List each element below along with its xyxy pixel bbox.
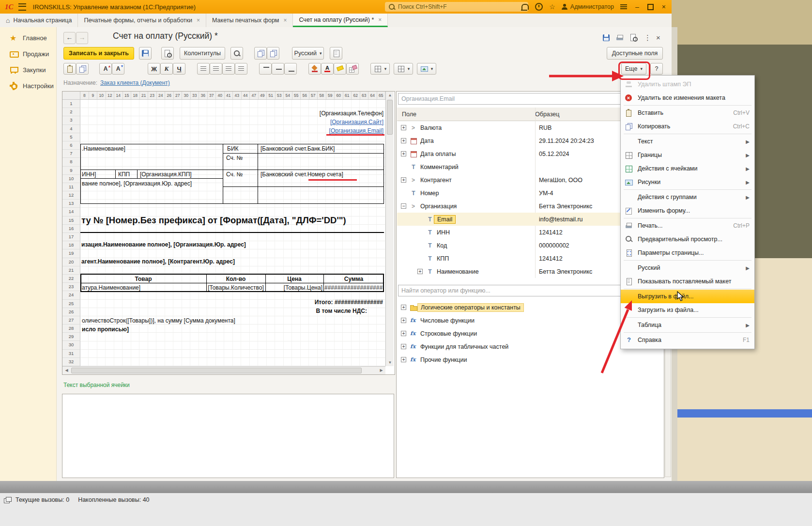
cell-account-label[interactable]: Сч. № (226, 155, 243, 161)
copy-style-button[interactable] (254, 47, 267, 60)
cell-account-value[interactable]: [Банковский счет.Номер счета] (260, 171, 343, 178)
row-header-cell[interactable]: 3 (62, 116, 80, 124)
cell-row-qty[interactable]: [Товары.Количество] (206, 284, 265, 291)
column-header-cell[interactable]: 61 (343, 92, 352, 99)
column-header-cell[interactable]: 21 (140, 92, 149, 99)
cell-kpp-value[interactable]: [Организация.КПП] (140, 171, 192, 178)
clear-format-button[interactable] (346, 63, 359, 75)
column-header-cell[interactable]: 53 (276, 92, 284, 99)
column-header-cell[interactable]: 49 (259, 92, 267, 99)
border-middle-button[interactable] (272, 63, 284, 75)
cell-org-site[interactable]: [Организация.Сайт] (330, 119, 383, 125)
row-header-cell[interactable]: 21 (62, 266, 80, 275)
align-justify-button[interactable] (235, 63, 247, 75)
tab[interactable]: Счет на оплату (Русский) * × (293, 14, 388, 27)
tab[interactable]: Печатные формы, отчеты и обработки × (78, 14, 206, 27)
menu-item[interactable]: Текст ▶ (621, 135, 754, 148)
expander-icon[interactable] (401, 151, 406, 156)
row-header-cell[interactable]: 13 (62, 200, 80, 208)
selected-cell-text-box[interactable] (62, 394, 394, 478)
column-header-cell[interactable]: 36 (199, 92, 208, 99)
column-header-cell[interactable]: 15 (123, 92, 132, 99)
column-header-cell[interactable]: 62 (352, 92, 360, 99)
cell-bik-value[interactable]: [Банковский счет.Банк.БИК] (260, 145, 335, 152)
field-name[interactable]: Дата оплаты (420, 151, 456, 157)
spreadsheet-content[interactable]: [Организация.Телефон] [Организация.Сайт]… (80, 100, 385, 366)
column-header-cell[interactable]: 56 (301, 92, 309, 99)
column-header-cell[interactable]: 55 (292, 92, 301, 99)
cell-kpp-label[interactable]: КПП (118, 171, 130, 178)
back-button[interactable]: ← (63, 32, 76, 44)
column-header-cell[interactable]: 58 (318, 92, 326, 99)
row-header-cell[interactable]: 5 (62, 133, 80, 141)
menu-item[interactable]: Границы ▶ (621, 148, 754, 162)
function-group-label[interactable]: Прочие функции (420, 356, 467, 363)
sheet-corner[interactable] (62, 92, 80, 100)
underline-button[interactable]: Ч (173, 63, 185, 75)
tab[interactable]: Макеты печатных форм × (206, 14, 293, 27)
column-header-cell[interactable]: 63 (360, 92, 369, 99)
paste-button[interactable] (63, 63, 76, 75)
italic-button[interactable]: К (160, 63, 173, 75)
field-name[interactable]: Дата (420, 138, 434, 144)
field-name[interactable]: Номер (420, 190, 439, 197)
row-header-cell[interactable]: 20 (62, 258, 80, 266)
vertical-scrollbar[interactable]: ▲ ▼ (385, 92, 394, 366)
row-header-cell[interactable]: 31 (62, 350, 80, 358)
scroll-left-icon[interactable]: ◀ (62, 367, 71, 374)
column-header-cell[interactable]: 59 (326, 92, 335, 99)
cell-invoice-title[interactable]: ту № [Номер.Без префикса] от [Формат([Да… (81, 215, 346, 226)
row-header-cell[interactable]: 28 (62, 325, 80, 333)
bold-button[interactable]: Ж (148, 63, 160, 75)
expander-icon[interactable] (401, 177, 406, 183)
menu-item[interactable]: Вставить Ctrl+V (621, 106, 754, 120)
menu-item[interactable]: Изменить форму... (621, 204, 754, 217)
field-name[interactable]: Контрагент (420, 177, 452, 184)
row-header-cell[interactable]: 16 (62, 225, 80, 233)
expander-icon[interactable] (401, 331, 406, 336)
sidebar-item[interactable]: Главное (0, 30, 56, 46)
cell-contragent-line[interactable]: агент.Наименование полное], [Контрагент.… (81, 258, 235, 265)
function-group-label[interactable]: Числовые функции (420, 317, 475, 324)
expander-icon[interactable] (401, 318, 406, 323)
menu-item[interactable]: Русский ▶ (621, 261, 754, 275)
cell-account-label2[interactable]: Сч. № (226, 171, 243, 178)
column-header-cell[interactable]: 26 (165, 92, 174, 99)
more-actions-button[interactable]: ⋮ (644, 33, 655, 44)
row-header-cell[interactable]: 2 (62, 108, 80, 116)
save-and-close-button[interactable]: Записать и закрыть (63, 47, 134, 60)
minimize-button[interactable]: – (633, 0, 641, 14)
border-top-button[interactable] (259, 63, 272, 75)
row-header-cell[interactable]: 4 (62, 125, 80, 133)
expander-icon[interactable] (401, 125, 406, 130)
column-header-cell[interactable]: 12 (106, 92, 115, 99)
paste-style-button[interactable] (267, 47, 279, 60)
menu-item[interactable]: Рисунки ▶ (621, 175, 754, 189)
align-right-button[interactable] (222, 63, 235, 75)
expander-icon[interactable] (417, 269, 423, 274)
menu-item[interactable]: Действия с ячейками ▶ (621, 162, 754, 175)
field-name[interactable]: Email (434, 215, 456, 224)
sidebar-item[interactable]: Продажи (0, 46, 56, 62)
scroll-up-icon[interactable]: ▲ (386, 92, 394, 99)
row-header-cell[interactable]: 7 (62, 150, 80, 158)
column-header-cell[interactable]: 33 (191, 92, 199, 99)
column-header-cell[interactable]: 57 (309, 92, 318, 99)
cell-col-price[interactable]: Цена (265, 276, 323, 282)
user-menu[interactable]: Администратор (562, 3, 614, 10)
highlight-button[interactable] (334, 63, 346, 75)
cell-org-phone[interactable]: [Организация.Телефон] (320, 110, 383, 117)
column-header-cell[interactable]: 30 (182, 92, 191, 99)
menu-item[interactable]: Печать... Ctrl+P (621, 219, 754, 232)
vertical-scrollbar-thumb[interactable] (387, 100, 393, 135)
expander-icon[interactable] (401, 305, 406, 310)
preview-icon-button[interactable] (629, 33, 640, 44)
row-headers[interactable]: 1 2 3 4 5 6 7 8 9 10 (62, 100, 80, 366)
row-header-cell[interactable]: 24 (62, 291, 80, 299)
row-header-cell[interactable]: 15 (62, 217, 80, 225)
row-header-cell[interactable]: 10 (62, 175, 80, 183)
row-header-cell[interactable]: 9 (62, 167, 80, 175)
fill-color-button[interactable] (308, 63, 321, 75)
global-search[interactable]: Поиск Ctrl+Shift+F (385, 2, 528, 12)
row-header-cell[interactable]: 14 (62, 208, 80, 216)
